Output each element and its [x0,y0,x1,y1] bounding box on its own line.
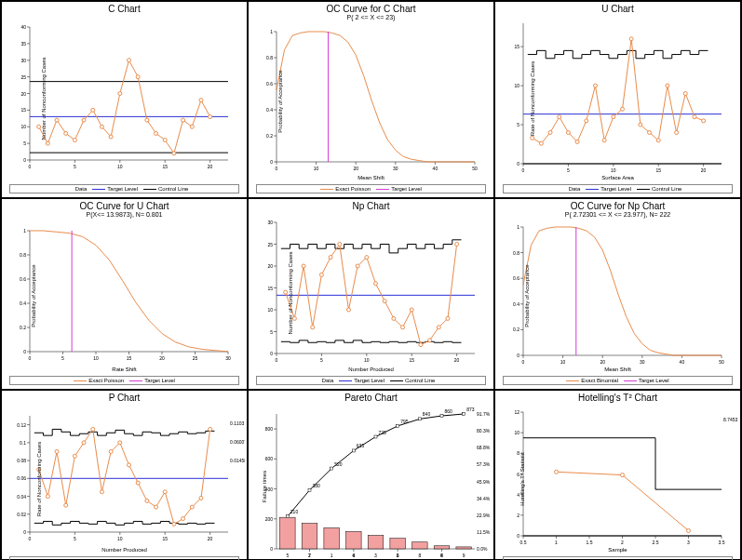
legend-item: Exact Poisson [74,378,124,383]
svg-text:0: 0 [522,359,525,365]
chart-subtitle: P( 2.72301 <= X <= 23.977), N= 222 [495,211,740,218]
legend-item: Target Level [339,378,384,383]
svg-point-174 [302,264,305,268]
svg-point-247 [64,503,68,507]
svg-point-259 [172,522,176,526]
svg-text:40: 40 [20,24,26,30]
svg-text:0.04: 0.04 [17,494,26,500]
svg-text:25: 25 [193,355,198,361]
svg-point-180 [356,264,359,268]
svg-text:10: 10 [314,166,319,171]
svg-point-250 [91,427,95,431]
svg-text:20: 20 [20,91,26,97]
svg-text:10: 10 [514,430,519,435]
svg-text:15: 15 [514,44,519,49]
chart-cell-7: Pareto Chart2468020040060080057163284921… [248,390,494,560]
svg-point-49 [199,99,203,102]
svg-point-253 [118,441,122,445]
svg-text:10: 10 [117,164,123,169]
svg-text:15: 15 [162,536,168,541]
svg-point-189 [437,326,440,329]
svg-point-114 [675,130,679,134]
legend-item: Data [307,378,334,383]
svg-text:15: 15 [127,355,132,361]
svg-text:7: 7 [308,553,311,558]
legend: Exact BinomialTarget Level [503,376,733,385]
legend-label: Target Level [144,378,175,383]
svg-text:20: 20 [159,355,165,361]
svg-text:0.06: 0.06 [17,475,26,481]
svg-text:0.12: 0.12 [17,422,26,428]
svg-text:380: 380 [313,483,321,488]
svg-point-248 [73,454,76,458]
svg-point-42 [136,75,140,79]
svg-text:22.9%: 22.9% [477,513,491,518]
legend-label: Target Level [107,186,138,192]
svg-text:45.9%: 45.9% [477,479,491,485]
svg-point-177 [329,256,332,260]
chart-title: C Chart [2,4,247,14]
svg-point-112 [656,139,660,142]
svg-text:0.2: 0.2 [513,327,519,332]
y-axis-label: Hotelling's T² Statistic [519,452,525,505]
svg-rect-295 [368,536,384,550]
legend-item: Target Level [129,378,175,383]
svg-text:1: 1 [270,29,273,34]
svg-point-361 [555,470,559,473]
svg-text:30: 30 [640,359,645,365]
x-axis-label: Mean Shift [604,367,631,372]
legend-label: Data [75,186,88,192]
svg-text:4: 4 [440,553,443,558]
svg-text:0: 0 [276,166,278,171]
svg-text:0.6: 0.6 [266,81,273,87]
x-axis-label: Number Produced [348,367,394,372]
svg-text:12: 12 [514,409,519,415]
svg-text:30: 30 [267,220,273,225]
legend-item: Target Level [376,186,422,192]
chart-subtitle: P( 2 <= X <= 23) [249,14,493,20]
svg-point-258 [163,490,167,494]
x-axis-label: Number Produced [101,547,147,553]
chart-title: OC Curve for Np Chart [495,201,740,211]
svg-point-181 [365,256,369,260]
svg-rect-297 [390,539,406,549]
svg-point-251 [100,490,103,494]
svg-text:210: 210 [290,509,299,514]
svg-rect-305 [286,515,289,518]
svg-point-41 [128,59,131,62]
svg-point-245 [46,495,49,499]
svg-text:0.02: 0.02 [17,512,26,517]
svg-point-106 [602,139,606,142]
svg-point-105 [593,84,597,87]
legend-label: Exact Poisson [335,186,371,192]
svg-point-33 [55,118,59,122]
svg-text:725: 725 [379,430,387,435]
svg-point-175 [311,326,315,329]
svg-text:15: 15 [162,164,168,169]
svg-point-102 [566,130,570,134]
chart-title: U Chart [495,4,740,14]
svg-text:20: 20 [600,359,605,365]
svg-text:34.4%: 34.4% [477,496,491,501]
svg-text:68.8%: 68.8% [477,445,491,450]
legend-item: Control Line [143,186,188,192]
svg-point-116 [693,115,696,119]
svg-point-104 [585,119,588,123]
svg-text:10: 10 [117,536,123,541]
svg-point-40 [118,92,122,96]
svg-text:800: 800 [265,426,274,432]
svg-text:1.5: 1.5 [587,540,593,545]
svg-text:5: 5 [270,329,273,335]
svg-text:9: 9 [463,553,465,558]
svg-text:0.5: 0.5 [520,540,527,545]
svg-point-190 [446,316,450,320]
svg-point-263 [209,427,212,431]
legend-item: Target Level [586,186,631,192]
svg-point-99 [539,141,543,145]
chart-title: Np Chart [249,201,493,211]
svg-point-257 [155,505,158,509]
svg-point-100 [548,130,552,134]
svg-point-107 [612,115,615,119]
svg-text:35: 35 [20,41,26,47]
svg-point-256 [145,499,149,502]
